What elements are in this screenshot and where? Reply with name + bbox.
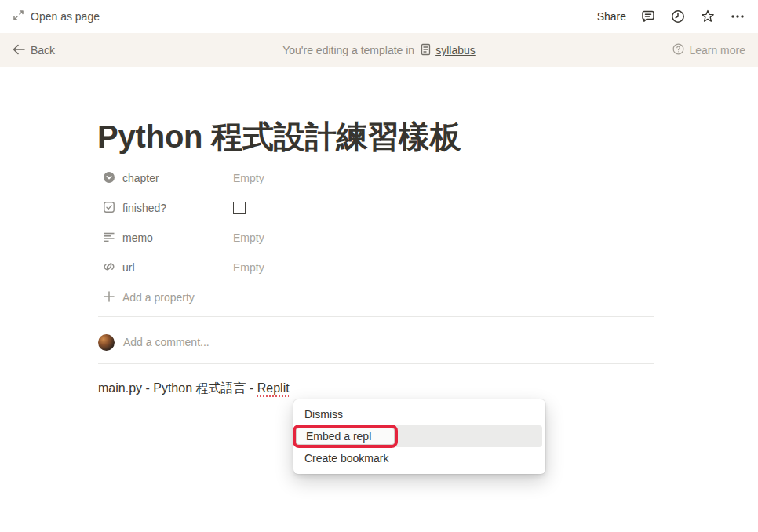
back-button[interactable]: Back [13,44,55,57]
text-lines-icon [103,231,115,246]
embed-repl-label: Embed a repl [306,430,371,443]
property-value-url[interactable]: Empty [233,261,264,274]
property-row-memo: memo Empty [98,223,654,253]
comments-icon[interactable] [640,9,656,24]
back-arrow-icon [13,44,25,57]
link-text-main: main.py - Python 程式語言 - [98,381,257,395]
page-title[interactable]: Python 程式設計練習樣板 [97,118,654,155]
select-icon [103,171,115,186]
link-text-replit: Replit [257,381,290,395]
property-key-memo[interactable]: memo [98,231,233,246]
favorite-star-icon[interactable] [700,9,716,24]
paste-options-menu: Dismiss Embed a repl Create bookmark [293,399,545,474]
updates-clock-icon[interactable] [670,9,686,24]
learn-more-button[interactable]: Learn more [672,43,745,57]
comment-section: Add a comment... [98,325,654,359]
template-banner: Back You're editing a template in syllab… [0,33,758,67]
property-row-chapter: chapter Empty [98,163,654,193]
menu-item-create-bookmark[interactable]: Create bookmark [293,447,545,469]
property-key-url[interactable]: url [98,261,233,275]
property-label: chapter [122,172,159,184]
property-key-chapter[interactable]: chapter [98,171,233,186]
help-circle-icon [672,43,684,57]
open-as-page-label: Open as page [31,10,100,23]
open-as-page-button[interactable]: Open as page [13,9,100,24]
template-parent-label: syllabus [435,44,476,56]
property-value-memo[interactable]: Empty [233,231,264,244]
add-property-button[interactable]: Add a property [98,282,654,312]
properties-panel: chapter Empty finished? [98,163,654,312]
divider [98,316,654,317]
expand-diagonal-icon [13,9,24,24]
menu-item-dismiss[interactable]: Dismiss [293,403,545,425]
more-options-icon[interactable] [730,9,745,24]
checkbox-property-icon [103,201,115,216]
template-editor-page: Open as page Share [0,0,758,532]
property-row-url: url Empty [98,253,654,282]
annotation-highlight-box: Embed a repl [293,425,398,448]
property-label: url [122,261,135,274]
add-property-label: Add a property [122,291,195,304]
learn-more-label: Learn more [689,44,745,56]
finished-checkbox-unchecked[interactable] [233,202,246,214]
top-bar-actions: Share [597,9,745,24]
menu-item-embed-repl[interactable]: Embed a repl [297,425,542,447]
template-parent-link[interactable]: syllabus [420,43,476,58]
property-key-finished[interactable]: finished? [98,201,233,216]
add-comment-input[interactable]: Add a comment... [123,336,210,348]
pasted-link-text[interactable]: main.py - Python 程式語言 - Replit [98,381,290,397]
property-value-chapter[interactable]: Empty [233,172,264,184]
property-label: finished? [122,202,166,214]
share-button[interactable]: Share [597,10,626,23]
property-label: memo [122,231,153,244]
document-icon [420,43,432,58]
banner-message: You're editing a template in syllabus [0,43,758,58]
editing-template-text: You're editing a template in [282,44,414,56]
user-avatar [98,334,115,351]
back-label: Back [31,44,55,56]
top-bar: Open as page Share [0,0,758,33]
divider [98,363,654,364]
property-row-finished: finished? [98,193,654,223]
plus-icon [103,290,115,305]
url-link-icon [103,261,115,275]
